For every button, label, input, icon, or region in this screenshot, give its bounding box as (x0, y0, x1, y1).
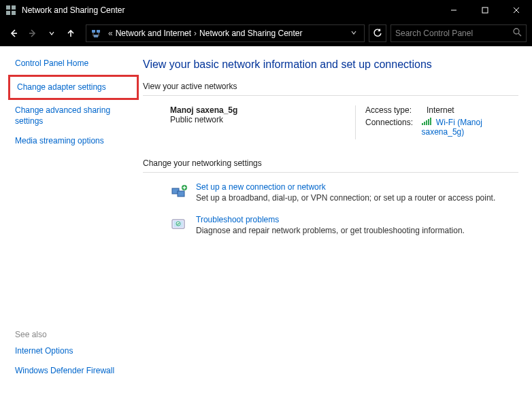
setting-item-setup: Set up a new connection or network Set u… (143, 182, 518, 203)
setup-connection-desc: Set up a broadband, dial-up, or VPN conn… (196, 193, 495, 203)
svg-line-18 (518, 33, 521, 36)
search-input[interactable] (395, 29, 509, 38)
setup-connection-link[interactable]: Set up a new connection or network (196, 182, 495, 192)
main-panel: View your basic network information and … (143, 46, 532, 393)
window-controls (438, 0, 532, 20)
troubleshoot-link[interactable]: Troubleshoot problems (196, 215, 465, 224)
sidebar-link-advanced-sharing[interactable]: Change advanced sharing settings (15, 105, 135, 126)
active-network-row: Manoj saxena_5g Public network Access ty… (143, 105, 518, 139)
search-box[interactable] (390, 24, 527, 42)
back-button[interactable] (5, 25, 22, 41)
sidebar-link-media-streaming[interactable]: Media streaming options (15, 136, 135, 147)
see-also-label: See also (15, 330, 135, 339)
forward-button[interactable] (24, 25, 41, 41)
sidebar-link-adapter-settings[interactable]: Change adapter settings (17, 82, 130, 93)
network-identity: Manoj saxena_5g Public network (170, 105, 355, 139)
setup-connection-icon (170, 182, 189, 201)
sidebar-link-home[interactable]: Control Panel Home (15, 58, 135, 69)
refresh-button[interactable] (369, 24, 386, 42)
svg-rect-3 (12, 11, 16, 15)
sidebar-link-firewall[interactable]: Windows Defender Firewall (15, 366, 135, 377)
svg-rect-11 (92, 30, 95, 33)
svg-rect-25 (178, 191, 184, 196)
access-type-value: Internet (427, 105, 454, 115)
network-name: Manoj saxena_5g (170, 105, 355, 115)
svg-rect-5 (482, 7, 488, 13)
maximize-button[interactable] (469, 0, 501, 20)
app-icon (5, 5, 16, 16)
breadcrumb-item-network-internet[interactable]: Network and Internet (116, 29, 191, 38)
troubleshoot-desc: Diagnose and repair network problems, or… (196, 226, 465, 235)
svg-rect-0 (6, 5, 10, 10)
svg-rect-12 (97, 30, 100, 33)
access-type-label: Access type: (365, 105, 427, 115)
breadcrumb[interactable]: « Network and Internet › Network and Sha… (86, 24, 365, 42)
search-icon[interactable] (513, 28, 522, 39)
svg-rect-21 (426, 120, 427, 125)
active-networks-heading: View your active networks (143, 82, 518, 91)
wifi-signal-icon (422, 118, 431, 127)
nav-bar: « Network and Internet › Network and Sha… (0, 20, 532, 46)
divider (143, 172, 518, 173)
network-type: Public network (170, 115, 355, 124)
svg-rect-22 (428, 119, 429, 125)
change-settings-heading: Change your networking settings (143, 158, 518, 168)
sidebar-link-internet-options[interactable]: Internet Options (15, 346, 135, 357)
divider (143, 95, 518, 96)
recent-dropdown-button[interactable] (44, 25, 60, 41)
address-dropdown-button[interactable] (348, 29, 360, 38)
svg-rect-20 (424, 122, 425, 125)
setting-item-troubleshoot: Troubleshoot problems Diagnose and repai… (143, 215, 518, 235)
title-bar: Network and Sharing Center (0, 0, 532, 20)
svg-rect-2 (6, 11, 10, 15)
minimize-button[interactable] (438, 0, 469, 20)
svg-rect-23 (430, 118, 431, 125)
network-details: Access type: Internet Connections: Wi-Fi… (355, 105, 518, 139)
breadcrumb-overflow[interactable]: « (108, 29, 113, 38)
breadcrumb-icon (90, 28, 101, 39)
highlight-box: Change adapter settings (8, 75, 139, 101)
troubleshoot-icon (170, 215, 189, 234)
chevron-right-icon: › (194, 29, 197, 38)
sidebar: Control Panel Home Change adapter settin… (0, 46, 143, 393)
close-button[interactable] (501, 0, 532, 20)
main-heading: View your basic network information and … (143, 58, 518, 71)
svg-point-17 (514, 29, 519, 34)
svg-rect-1 (12, 5, 16, 10)
up-button[interactable] (63, 25, 79, 41)
breadcrumb-item-network-sharing[interactable]: Network and Sharing Center (199, 29, 302, 38)
connections-label: Connections: (365, 118, 422, 137)
window-title: Network and Sharing Center (22, 5, 124, 15)
svg-rect-19 (422, 123, 423, 125)
see-also-section: See also Internet Options Windows Defend… (15, 330, 135, 386)
content-area: Control Panel Home Change adapter settin… (0, 46, 532, 393)
